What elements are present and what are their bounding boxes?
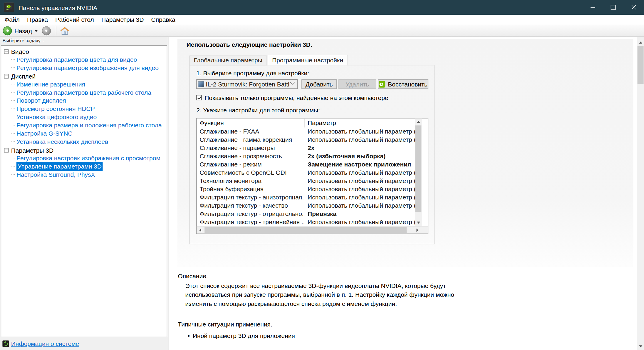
system-info-icon (2, 340, 9, 347)
tree-link[interactable]: Регулировка параметров цвета для видео (11, 56, 167, 64)
collapse-icon[interactable] (4, 74, 9, 78)
setting-row[interactable]: Сглаживание - гамма-коррекцияИспользоват… (197, 136, 415, 144)
menu-item[interactable]: Рабочий стол (52, 15, 98, 25)
task-prompt-label: Выберите задачу... (0, 37, 168, 45)
program-icon (198, 81, 204, 87)
tree-link[interactable]: Установка нескольких дисплеев (11, 138, 167, 146)
program-select[interactable]: IL-2 Sturmovik: Forgotten Battle... (196, 79, 298, 89)
menu-item[interactable]: Правка (24, 15, 52, 25)
tree-link[interactable]: Настройка Surround, PhysX (11, 171, 167, 179)
setting-row[interactable]: Фильтрация текстур - анизотропная...Испо… (197, 193, 415, 201)
menu-item[interactable]: Параметры 3D (98, 15, 147, 25)
tree-link[interactable]: Настройка G-SYNC (11, 129, 167, 138)
tab-global-settings[interactable]: Глобальные параметры (189, 56, 267, 66)
nvidia-logo-icon (4, 2, 14, 12)
nvidia-control-panel-window: Панель управления NVIDIA ФайлПравкаРабоч… (0, 0, 644, 350)
listbox-scroll-thumb[interactable] (415, 125, 421, 212)
tree-category[interactable]: Видео (3, 47, 167, 56)
task-tree: ВидеоРегулировка параметров цвета для ви… (1, 45, 167, 337)
setting-row[interactable]: Сглаживание - FXAAИспользовать глобальны… (197, 127, 415, 136)
listbox-header: Функция Параметр (197, 119, 415, 128)
tree-category[interactable]: Параметры 3D (3, 146, 167, 154)
minimize-button[interactable] (582, 0, 603, 15)
sidebar: Выберите задачу... ВидеоРегулировка пара… (0, 37, 168, 350)
window-title: Панель управления NVIDIA (19, 4, 97, 11)
close-button[interactable] (623, 0, 644, 15)
setting-row[interactable]: Совместимость с OpenGL GDIИспользовать г… (197, 169, 415, 177)
listbox-hscroll-thumb[interactable] (204, 227, 407, 233)
scroll-down-icon[interactable] (415, 219, 422, 226)
program-settings-panel: 1. Выберите программу для настройки: IL-… (189, 65, 435, 244)
usage-title: Типичные ситуации применения. (178, 321, 272, 328)
setting-row[interactable]: Технология монитораИспользовать глобальн… (197, 177, 415, 185)
minimize-icon (591, 7, 595, 7)
menu-item[interactable]: Справка (147, 15, 179, 25)
collapse-icon[interactable] (4, 148, 9, 152)
main-vertical-scrollbar[interactable] (637, 37, 644, 350)
tree-category[interactable]: Дисплей (3, 72, 167, 80)
tree-link[interactable]: Просмотр состояния HDCP (11, 105, 167, 113)
nvidia-restore-icon (379, 81, 385, 87)
back-history-caret-icon[interactable] (34, 30, 38, 32)
page-title: Использовать следующие настройки 3D. (187, 41, 312, 48)
step2-label: 2. Укажите настройки для этой программы: (196, 106, 320, 114)
close-icon (631, 5, 636, 10)
main-scroll-thumb[interactable] (638, 46, 644, 84)
remove-button: Удалить (338, 79, 376, 89)
tree-link[interactable]: Установка цифрового аудио (11, 113, 167, 121)
back-icon (5, 28, 10, 33)
setting-row[interactable]: Фильтрация текстур - отрицательно...Прив… (197, 210, 415, 218)
setting-row[interactable]: Фильтрация текстур - трилинейная ...Испо… (197, 218, 415, 226)
description-title: Описание. (178, 273, 208, 280)
maximize-button[interactable] (603, 0, 623, 15)
listbox-horizontal-scrollbar[interactable] (197, 226, 428, 234)
tree-link[interactable]: Изменение разрешения (11, 80, 167, 89)
add-button[interactable]: Добавить (301, 79, 337, 89)
settings-listbox: Функция Параметр Сглаживание - FXAAИспол… (196, 118, 428, 234)
usage-bullet: Иной параметр 3D для приложения (188, 331, 295, 340)
checkbox-label: Показывать только программы, найденные н… (204, 94, 388, 101)
show-found-programs-checkbox[interactable] (196, 95, 202, 100)
tab-program-settings[interactable]: Программные настройки (268, 55, 348, 65)
tree-link[interactable]: Регулировка параметров цвета рабочего ст… (11, 89, 167, 97)
description-body: Этот список содержит все настраиваемые 3… (185, 281, 466, 308)
setting-row[interactable]: Сглаживание - параметры2x (197, 144, 415, 152)
menu-bar: ФайлПравкаРабочий столПараметры 3DСправк… (0, 15, 644, 25)
scroll-up-icon[interactable] (415, 119, 422, 126)
program-select-value: IL-2 Sturmovik: Forgotten Battle... (206, 81, 289, 88)
system-info-link[interactable]: Информация о системе (11, 340, 79, 347)
main-pane: Использовать следующие настройки 3D. Гло… (169, 37, 644, 350)
scroll-right-icon[interactable] (414, 226, 421, 234)
toolbar: Назад (0, 25, 644, 37)
scroll-left-icon[interactable] (197, 226, 204, 234)
main-scroll-up-icon[interactable] (637, 39, 644, 46)
setting-row[interactable]: Фильтрация текстур - качествоИспользоват… (197, 201, 415, 210)
show-found-programs-row: Показывать только программы, найденные н… (196, 94, 388, 101)
listbox-vertical-scrollbar[interactable] (415, 119, 422, 226)
sidebar-footer: Информация о системе (0, 337, 168, 350)
toolbar-separator (56, 26, 56, 35)
back-label[interactable]: Назад (14, 27, 32, 34)
home-button[interactable] (60, 27, 69, 35)
main-scroll-down-icon[interactable] (637, 343, 644, 350)
restore-label: Восстановить (388, 81, 427, 88)
tree-link[interactable]: Регулировка параметров изображения для в… (11, 64, 167, 72)
tree-link-selected[interactable]: Управление параметрами 3D (11, 162, 167, 171)
setting-row[interactable]: Сглаживание - режимЗамещение настроек пр… (197, 160, 415, 169)
restore-button[interactable]: Восстановить (378, 79, 428, 89)
forward-icon (44, 28, 49, 33)
collapse-icon[interactable] (4, 49, 9, 54)
usage-bullets: Иной параметр 3D для приложения (188, 331, 295, 340)
setting-row[interactable]: Тройная буферизацияИспользовать глобальн… (197, 185, 415, 193)
chevron-down-icon (290, 79, 295, 85)
titlebar: Панель управления NVIDIA (0, 0, 644, 15)
tree-link[interactable]: Поворот дисплея (11, 97, 167, 105)
back-button[interactable] (3, 26, 12, 35)
tree-link[interactable]: Регулировка размера и положения рабочего… (11, 121, 167, 129)
column-header-value: Параметр (304, 119, 415, 128)
step1-label: 1. Выберите программу для настройки: (196, 69, 309, 76)
tree-link[interactable]: Регулировка настроек изображения с просм… (11, 154, 167, 162)
menu-item[interactable]: Файл (1, 15, 24, 25)
setting-row[interactable]: Сглаживание - прозрачность2x (избыточная… (197, 152, 415, 160)
forward-button[interactable] (42, 26, 51, 35)
